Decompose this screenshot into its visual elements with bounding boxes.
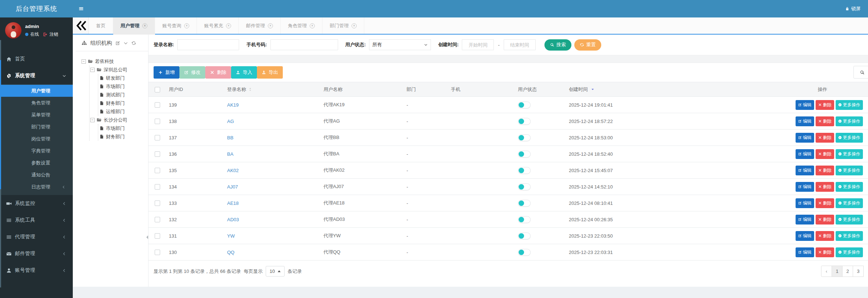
column-header-login[interactable]: 登录名称 [224, 82, 321, 97]
sidebar-item-account[interactable]: 账号管理 [0, 262, 73, 279]
login-name-input[interactable] [177, 39, 239, 50]
end-time-input[interactable] [504, 39, 536, 50]
row-delete-button[interactable]: 删除 [816, 215, 834, 225]
tree-node[interactable]: 市场部门 [99, 124, 144, 132]
row-delete-button[interactable]: 删除 [816, 166, 834, 175]
page-button[interactable]: 2 [842, 266, 853, 277]
tree-refresh-icon[interactable] [131, 41, 136, 45]
status-toggle[interactable] [518, 151, 531, 158]
row-edit-button[interactable]: 编辑 [796, 198, 814, 208]
status-toggle[interactable] [518, 233, 531, 239]
tab-close-icon[interactable]: × [310, 23, 315, 28]
page-size-select[interactable]: 10 [266, 266, 285, 277]
tree-expander-icon[interactable]: − [90, 118, 95, 122]
tree-node[interactable]: 研发部门 [99, 74, 144, 82]
tab[interactable]: 账号查询× [155, 17, 197, 34]
status-toggle[interactable] [518, 183, 531, 190]
row-checkbox[interactable] [155, 217, 160, 222]
row-more-button[interactable]: 更多操作 [836, 133, 863, 143]
tab-close-icon[interactable]: × [268, 23, 273, 28]
login-name-link[interactable]: BB [227, 135, 233, 140]
tab[interactable]: 部门管理× [322, 17, 364, 34]
sidebar-subitem[interactable]: 岗位管理 [0, 133, 73, 145]
row-checkbox[interactable] [155, 135, 160, 140]
tree-node[interactable]: −长沙分公司 [90, 116, 144, 124]
tree-node[interactable]: −若依科技 [82, 57, 144, 65]
login-name-link[interactable]: YW [227, 233, 235, 239]
row-more-button[interactable]: 更多操作 [836, 198, 863, 208]
column-header-name[interactable]: 用户名称 [321, 82, 404, 97]
row-delete-button[interactable]: 删除 [816, 133, 834, 143]
tree-node[interactable]: 财务部门 [99, 99, 144, 107]
column-header-created[interactable]: 创建时间 [566, 82, 719, 97]
status-toggle[interactable] [518, 102, 531, 108]
row-edit-button[interactable]: 编辑 [796, 100, 814, 110]
login-name-link[interactable]: AK02 [227, 168, 239, 173]
edit-button[interactable]: 修改 [179, 66, 205, 79]
start-time-input[interactable] [462, 39, 494, 50]
column-header-actions[interactable]: 操作 [719, 82, 868, 97]
row-delete-button[interactable]: 删除 [816, 116, 834, 126]
login-name-link[interactable]: BA [227, 151, 233, 157]
tab-close-icon[interactable]: × [352, 23, 357, 28]
row-edit-button[interactable]: 编辑 [796, 166, 814, 175]
row-edit-button[interactable]: 编辑 [796, 247, 814, 257]
sidebar-subitem[interactable]: 用户管理 [0, 85, 73, 97]
row-delete-button[interactable]: 删除 [816, 182, 834, 192]
login-name-link[interactable]: AE18 [227, 200, 239, 206]
sidebar-item-monitor[interactable]: 系统监控 [0, 195, 73, 212]
phone-input[interactable] [270, 39, 338, 50]
delete-button[interactable]: 删除 [205, 66, 231, 79]
status-toggle[interactable] [518, 134, 531, 141]
tree-collapse-handle[interactable] [146, 235, 148, 239]
tab-close-icon[interactable]: × [226, 23, 231, 28]
tree-expander-icon[interactable]: − [90, 68, 95, 72]
tree-edit-icon[interactable] [115, 41, 120, 45]
status-toggle[interactable] [518, 249, 531, 256]
tree-node[interactable]: 测试部门 [99, 91, 144, 99]
tree-node[interactable]: 市场部门 [99, 82, 144, 91]
page-button[interactable]: 3 [853, 266, 864, 277]
row-checkbox[interactable] [155, 119, 160, 124]
column-header-dept[interactable]: 部门 [404, 82, 448, 97]
row-checkbox[interactable] [155, 200, 160, 206]
login-name-link[interactable]: AK19 [227, 102, 239, 108]
add-button[interactable]: 新增 [154, 66, 179, 79]
pagination-prev-button[interactable]: ‹ [821, 266, 832, 277]
tab-close-icon[interactable]: × [184, 23, 189, 28]
login-name-link[interactable]: AD03 [227, 217, 239, 222]
row-more-button[interactable]: 更多操作 [836, 231, 863, 241]
sidebar-subitem[interactable]: 部门管理 [0, 121, 73, 133]
sidebar-subitem[interactable]: 通知公告 [0, 169, 73, 181]
row-more-button[interactable]: 更多操作 [836, 247, 863, 257]
row-edit-button[interactable]: 编辑 [796, 149, 814, 159]
row-checkbox[interactable] [155, 151, 160, 157]
column-header-phone[interactable]: 手机 [448, 82, 515, 97]
sidebar-item-agent[interactable]: 代理管理 [0, 229, 73, 245]
sidebar-subitem[interactable]: 参数设置 [0, 157, 73, 169]
status-toggle[interactable] [518, 118, 531, 125]
tab[interactable]: 账号累充× [197, 17, 239, 34]
row-more-button[interactable]: 更多操作 [836, 149, 863, 159]
sidebar-subitem[interactable]: 菜单管理 [0, 109, 73, 121]
page-button[interactable]: 1 [832, 266, 843, 277]
row-edit-button[interactable]: 编辑 [796, 133, 814, 143]
logout-button[interactable]: 注销 [49, 31, 58, 37]
row-checkbox[interactable] [155, 168, 160, 173]
tree-expander-icon[interactable]: − [82, 59, 86, 64]
sidebar-subitem[interactable]: 日志管理 [0, 181, 73, 193]
row-edit-button[interactable]: 编辑 [796, 215, 814, 225]
table-search-button[interactable] [853, 66, 868, 79]
user-status-select[interactable]: 所有 [369, 39, 431, 50]
row-more-button[interactable]: 更多操作 [836, 166, 863, 175]
import-button[interactable]: 导入 [231, 66, 257, 79]
row-delete-button[interactable]: 删除 [816, 100, 834, 110]
sidebar-scrollbar-thumb[interactable] [0, 60, 1, 189]
lock-screen-button[interactable]: 锁屏 [845, 5, 868, 12]
row-more-button[interactable]: 更多操作 [836, 116, 863, 126]
status-toggle[interactable] [518, 216, 531, 223]
sidebar-subitem[interactable]: 角色管理 [0, 97, 73, 109]
row-checkbox[interactable] [155, 250, 160, 255]
column-header-id[interactable]: 用户ID [166, 82, 224, 97]
login-name-link[interactable]: QQ [227, 250, 234, 255]
